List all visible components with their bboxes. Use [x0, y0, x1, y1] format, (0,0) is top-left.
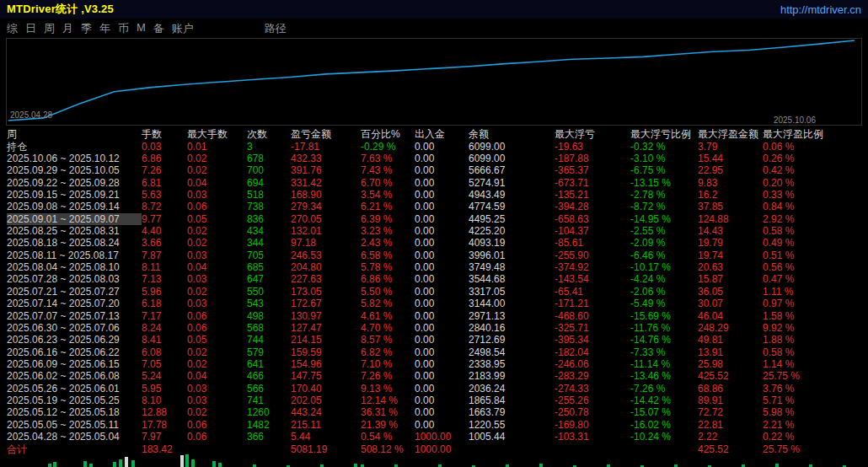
menu-item-1[interactable]: 日	[25, 21, 36, 36]
cell-pl-amount: 147.75	[291, 370, 361, 382]
table-row[interactable]: 2025.06.09 ~ 2025.06.157.050.02641154.96…	[0, 358, 868, 370]
mini-bar	[539, 464, 543, 467]
cell-pl-percent: 6.86 %	[361, 273, 415, 285]
cell-max-float-loss: -394.28	[555, 201, 630, 212]
cell-count: 738	[247, 201, 291, 212]
position-row[interactable]: 持仓0.030.013-17.81-0.29 %0.006099.00-19.6…	[0, 140, 868, 152]
cell-pl-amount: 132.01	[291, 225, 361, 237]
cell-pl-percent: 3.54 %	[361, 189, 415, 201]
cell-pl-amount: 127.47	[291, 322, 361, 334]
table-row[interactable]: 2025.04.28 ~ 2025.05.047.970.063665.440.…	[0, 431, 868, 443]
table-row[interactable]: 2025.09.29 ~ 2025.10.057.260.02700391.76…	[0, 164, 868, 176]
cell-max-float-profit-pct: 0.06 %	[763, 141, 822, 153]
cell-max-float-profit: 89.91	[698, 395, 763, 406]
cell-max-lots: 0.05	[187, 334, 247, 346]
table-row[interactable]: 2025.05.26 ~ 2025.06.015.950.03566170.40…	[0, 383, 868, 395]
cell-max-float-profit: 14.43	[698, 225, 763, 237]
total-row[interactable]: 合计183.425081.19508.12 %1000.00425.5225.7…	[0, 443, 868, 454]
table-row[interactable]: 2025.08.04 ~ 2025.08.108.110.04685204.80…	[0, 261, 868, 273]
cell-lots: 5.96	[142, 286, 187, 298]
header-max-float-loss-pct: 最大浮亏比例	[630, 128, 698, 140]
cell-count: 641	[247, 358, 291, 370]
table-row[interactable]: 2025.05.12 ~ 2025.05.1812.880.021260443.…	[0, 406, 868, 418]
cell-max-float-profit: 15.44	[698, 153, 763, 164]
cell-date: 2025.05.12 ~ 2025.05.18	[7, 406, 142, 418]
menu-item-6[interactable]: 币	[118, 21, 129, 36]
table-row[interactable]: 2025.08.18 ~ 2025.08.243.660.0234497.182…	[0, 237, 868, 249]
cell-max-float-loss-pct: -2.09 %	[630, 237, 698, 249]
mtdriver-website-link[interactable]: http://mtdriver.cn	[780, 3, 861, 16]
menu-item-9[interactable]: 账户	[172, 21, 194, 36]
header-lots: 手数	[142, 128, 187, 140]
table-row[interactable]: 2025.05.19 ~ 2025.05.258.100.03741202.05…	[0, 395, 868, 406]
cell-lots: 3.66	[142, 237, 187, 249]
table-row[interactable]: 2025.06.02 ~ 2025.06.085.240.04466147.75…	[0, 370, 868, 382]
cell-lots: 8.10	[142, 395, 187, 406]
cell-lots: 6.08	[142, 346, 187, 358]
cell-max-float-loss: -374.92	[555, 261, 630, 273]
cell-pl-percent: 36.31 %	[361, 406, 415, 418]
table-row[interactable]: 2025.08.25 ~ 2025.08.314.400.02434132.01…	[0, 225, 868, 237]
cell-pl-amount: 5.44	[291, 431, 361, 443]
cell-max-float-profit-pct: 2.21 %	[763, 419, 822, 431]
cell-max-float-profit: 3.79	[698, 141, 763, 153]
cell-max-float-profit-pct: 1.88 %	[763, 334, 822, 346]
table-row[interactable]: 2025.07.14 ~ 2025.07.206.180.03543172.67…	[0, 298, 868, 309]
cell-deposit: 0.00	[415, 334, 469, 346]
table-row[interactable]: 2025.07.07 ~ 2025.07.137.170.06498130.97…	[0, 309, 868, 321]
mini-bar	[48, 464, 51, 467]
cell-balance: 3544.68	[469, 273, 555, 285]
cell-max-float-profit: 425.52	[698, 443, 763, 455]
cell-date: 2025.08.18 ~ 2025.08.24	[7, 237, 142, 249]
table-row[interactable]: 2025.08.11 ~ 2025.08.177.870.03705246.53…	[0, 250, 868, 261]
cell-pl-amount: 154.96	[291, 358, 361, 370]
mini-bar	[53, 462, 56, 467]
cell-max-float-loss-pct: -14.76 %	[630, 334, 698, 346]
cell-deposit: 0.00	[415, 201, 469, 212]
table-row[interactable]: 2025.06.16 ~ 2025.06.226.080.02579159.59…	[0, 346, 868, 357]
cell-pl-percent: 5.78 %	[361, 261, 415, 273]
cell-pl-amount: 170.40	[291, 383, 361, 395]
menu-item-0[interactable]: 综	[7, 21, 18, 36]
table-row[interactable]: 2025.09.01 ~ 2025.09.079.770.05836270.05…	[0, 213, 868, 225]
menu-item-7[interactable]: M	[137, 21, 146, 36]
cell-lots: 7.87	[142, 250, 187, 261]
cell-max-float-loss: -85.61	[555, 237, 630, 249]
menu-item-path[interactable]: 路径	[265, 21, 287, 36]
cell-max-float-profit: 49.81	[698, 334, 763, 346]
cell-pl-percent: 21.39 %	[361, 419, 415, 431]
cell-count: 344	[247, 237, 291, 249]
table-row[interactable]: 2025.05.05 ~ 2025.05.1117.780.061482215.…	[0, 419, 868, 431]
cell-max-float-loss-pct: -0.32 %	[630, 141, 698, 153]
cell-max-float-loss: -325.71	[555, 322, 630, 334]
table-row[interactable]: 2025.09.15 ~ 2025.09.215.630.03518168.90…	[0, 189, 868, 201]
table-row[interactable]: 2025.10.06 ~ 2025.10.126.860.02678432.33…	[0, 153, 868, 164]
cell-count: 700	[247, 164, 291, 176]
menu-item-5[interactable]: 年	[99, 21, 110, 36]
cell-max-lots: 0.02	[187, 164, 247, 176]
table-row[interactable]: 2025.07.28 ~ 2025.08.037.130.03647227.63…	[0, 273, 868, 285]
table-row[interactable]: 2025.06.30 ~ 2025.07.068.240.06568127.47…	[0, 322, 868, 334]
cell-max-float-loss: -104.37	[555, 225, 630, 237]
cell-max-lots: 0.06	[187, 310, 247, 322]
cell-date: 持仓	[7, 141, 142, 153]
cell-pl-percent: 5.50 %	[361, 286, 415, 298]
cell-count: 705	[247, 250, 291, 261]
cell-max-float-loss: -246.06	[555, 358, 630, 370]
title-bar: MTDriver统计 ,V3.25 http://mtdriver.cn	[0, 0, 868, 19]
cell-date: 2025.06.23 ~ 2025.06.29	[7, 334, 142, 346]
cell-max-float-profit: 68.86	[698, 383, 763, 395]
cell-max-lots: 0.02	[187, 358, 247, 370]
mini-bar	[131, 460, 135, 467]
table-row[interactable]: 2025.07.21 ~ 2025.07.275.960.02550173.05…	[0, 286, 868, 298]
menu-item-2[interactable]: 周	[44, 21, 55, 36]
menu-item-8[interactable]: 备	[153, 21, 164, 36]
table-row[interactable]: 2025.06.23 ~ 2025.06.298.410.05744214.15…	[0, 334, 868, 346]
menu-item-4[interactable]: 季	[81, 21, 92, 36]
menu-item-3[interactable]: 月	[62, 21, 73, 36]
cell-count: 566	[247, 383, 291, 395]
window-title: MTDriver统计 ,V3.25	[7, 2, 114, 17]
table-row[interactable]: 2025.09.22 ~ 2025.09.286.810.04694331.42…	[0, 176, 868, 188]
cell-lots: 8.41	[142, 334, 187, 346]
table-row[interactable]: 2025.09.08 ~ 2025.09.148.720.06738279.34…	[0, 201, 868, 212]
